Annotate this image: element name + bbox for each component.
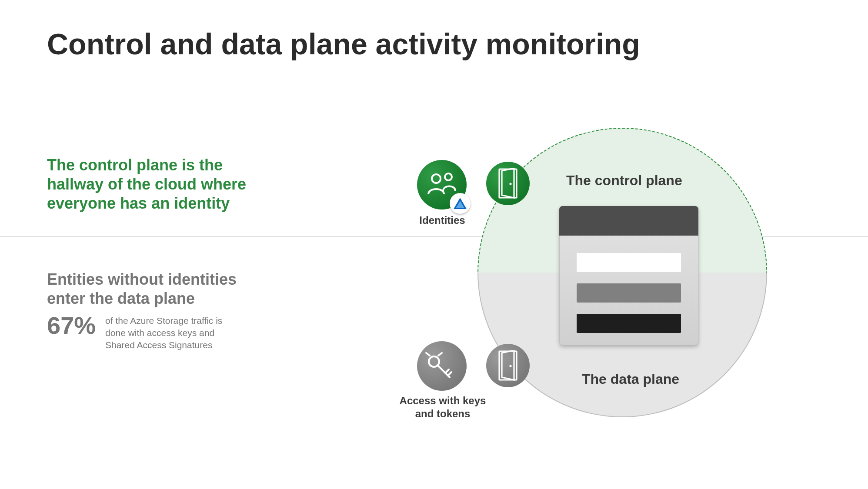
- data-plane-tagline: Entities without identities enter the da…: [47, 270, 247, 308]
- key-icon: [417, 341, 467, 391]
- svg-point-1: [509, 183, 511, 185]
- control-plane-tagline: The control plane is the hallway of the …: [47, 156, 247, 213]
- data-plane-label: The data plane: [582, 371, 679, 387]
- stat-description: of the Azure Storage traffic is done wit…: [105, 313, 240, 351]
- resource-row-dark: [577, 314, 681, 333]
- keys-tokens-caption: Access with keys and tokens: [397, 394, 488, 420]
- resource-row-mid: [577, 283, 681, 303]
- resource-card: [559, 206, 698, 345]
- slide: Control and data plane activity monitori…: [0, 0, 868, 489]
- resource-row-light: [577, 253, 681, 272]
- slide-title: Control and data plane activity monitori…: [47, 27, 640, 61]
- control-plane-label: The control plane: [566, 173, 682, 189]
- azure-ad-overlay-icon: [450, 193, 471, 214]
- svg-point-3: [509, 365, 511, 367]
- stat-value: 67%: [47, 313, 96, 338]
- resource-card-header: [559, 206, 698, 236]
- svg-point-5: [445, 173, 452, 180]
- door-icon: [486, 344, 530, 387]
- identities-caption: Identities: [414, 214, 471, 226]
- stat-block: 67% of the Azure Storage traffic is done…: [47, 313, 240, 351]
- door-icon: [486, 162, 530, 205]
- svg-point-4: [432, 174, 441, 183]
